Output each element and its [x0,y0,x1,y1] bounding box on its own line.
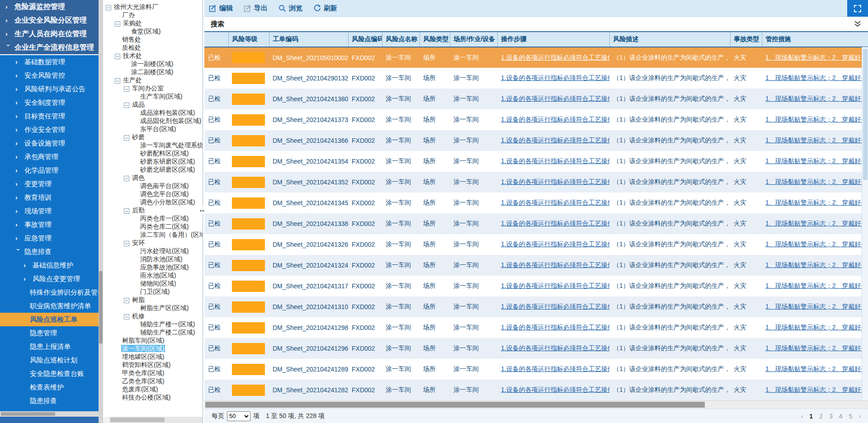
measures-cell-link[interactable]: 1、现场黏贴警示标志；2、穿戴好合适的 [765,344,868,352]
sidebar-item-企业安全风险分区管理[interactable]: ›企业安全风险分区管理 [0,14,99,27]
steps-cell-link[interactable]: 1.设备的各项运行指标必须符合工艺操作条... [501,54,609,61]
tree-node-辅助生产楼二(区域)[interactable]: 辅助生产楼二(区域) [103,328,203,336]
tree-node-砂磨东研磨区(区域)[interactable]: 砂磨东研磨区(区域) [103,157,203,165]
collapse-box-icon[interactable]: − [124,314,129,320]
sidebar-item-应急管理[interactable]: ›应急管理 [0,231,99,245]
sidebar-item-隐患上报清单[interactable]: 隐患上报清单 [0,340,99,353]
collapse-box-icon[interactable]: − [124,135,129,141]
table-row[interactable]: 已检DM_Sheet_202104241282FXD002涂一车间场所涂一车间1… [204,380,868,400]
tree-node-砂磨北研磨区(区域)[interactable]: 砂磨北研磨区(区域) [103,165,203,174]
scrollbar-thumb[interactable] [110,418,165,422]
measures-cell-link[interactable]: 1、现场黏贴警示标志；2、穿戴好合适的 [765,54,868,61]
page-button-5[interactable]: 5 [849,413,853,420]
steps-cell-link[interactable]: 1.设备的各项运行指标必须符合工艺操作条... [501,282,609,289]
tree-node-埋地罐区(区域)[interactable]: 埋地罐区(区域) [103,352,203,361]
tree-node-车间办公室[interactable]: −车间办公室 [103,84,203,92]
tree-node-丙类仓库一(区域)[interactable]: 丙类仓库一(区域) [103,214,203,222]
chevron-double-down-icon[interactable] [854,20,862,28]
scrollbar-thumb[interactable] [1,412,55,416]
table-row[interactable]: 已检DM_Sheet_202104241298FXD002涂一车间场所涂一车间1… [204,317,868,338]
measures-cell-link[interactable]: 1、现场黏贴警示标志；2、穿戴好合适的 [765,303,868,310]
collapse-box-icon[interactable]: − [124,86,129,92]
steps-cell-link[interactable]: 1.设备的各项运行指标必须符合工艺操作条... [501,220,609,227]
search-panel-header[interactable]: 搜索 [204,17,868,32]
next-page-button[interactable]: › [859,413,861,420]
collapse-box-icon[interactable]: − [124,298,129,303]
tree-node-砂磨配料区(区域)[interactable]: 砂磨配料区(区域) [103,149,203,157]
measures-cell-link[interactable]: 1、现场黏贴警示标志；2、穿戴好合适的 [765,240,868,248]
table-row[interactable]: 已检DM_Sheet_202104241317FXD002涂一车间场所涂一车间1… [204,276,868,296]
measures-cell-link[interactable]: 1、现场黏贴警示标志；2、穿戴好合适的 [765,136,868,144]
tree-node-采购处[interactable]: −采购处 [103,19,203,27]
table-row[interactable]: 已检DM_Sheet_202104241338FXD002涂一车间场所涂一车间1… [204,213,868,234]
tree-node-机修[interactable]: −机修 [103,312,203,320]
tree-node-涂一车间(区域)[interactable]: 涂一车间(区域) [103,344,203,352]
resize-handle-icon[interactable]: ↔ [198,206,207,214]
tree-node-食堂(区域)[interactable]: 食堂(区域) [103,27,203,35]
sidebar-item-职业病危害维护清单[interactable]: 职业病危害维护清单 [0,299,99,313]
sidebar-item-生产人员在岗在位管理[interactable]: ›生产人员在岗在位管理 [0,27,99,41]
sidebar-item-目标责任管理[interactable]: ›目标责任管理 [0,109,99,123]
table-row[interactable]: 已检DM_Sheet_202104241354FXD002涂一车间场所涂一车间1… [204,151,868,172]
sidebar-horizontal-scrollbar[interactable] [0,411,99,417]
collapse-box-icon[interactable]: − [124,208,129,214]
tree-node-调色[interactable]: −调色 [103,174,203,182]
sidebar-item-安全风险管控[interactable]: ›安全风险管控 [0,69,99,82]
tree-node-涂一车间废气处理系统(区域)[interactable]: 涂一车间废气处理系统(区域) [103,141,203,149]
table-row[interactable]: 已检DM_Sheet_202104241310FXD002涂一车间场所涂一车间1… [204,296,868,317]
sidebar-item-风险研判与承诺公告[interactable]: ›风险研判与承诺公告 [0,82,99,96]
tree-node-质检处[interactable]: 质检处 [103,43,203,52]
tree-node-生产处[interactable]: −生产处 [103,76,203,84]
measures-cell-link[interactable]: 1、现场黏贴警示标志；2、穿戴好合适的 [765,178,868,185]
browse-button[interactable]: 浏览 [278,4,302,13]
table-row[interactable]: 已检DM_Sheet_202104241380FXD002涂一车间场所涂一车间1… [204,89,868,109]
prev-page-button[interactable]: ‹ [801,413,803,420]
tree-node-砂磨[interactable]: −砂磨 [103,133,203,141]
export-button[interactable]: 导出 [244,4,268,13]
tree-node-涂二车间（备用）(区域)[interactable]: 涂二车间（备用）(区域) [103,230,203,239]
table-row[interactable]: 已检DM_Sheet_202104241352FXD002涂一车间场所涂一车间1… [204,172,868,193]
tree-node-成品[interactable]: −成品 [103,100,203,108]
tree-node-调色北平台(区域)[interactable]: 调色北平台(区域) [103,190,203,198]
steps-cell-link[interactable]: 1.设备的各项运行指标必须符合工艺操作条... [501,344,609,352]
sidebar-item-企业生产全流程信息管理[interactable]: ›企业生产全流程信息管理 [0,41,99,54]
sidebar-item-隐患整改[interactable]: 隐患整改 [0,408,99,411]
steps-cell-link[interactable]: 1.设备的各项运行指标必须符合工艺操作条... [501,240,609,248]
table-row[interactable]: 已检DM_Sheet_202104241289FXD002涂一车间场所涂一车间1… [204,359,868,380]
measures-cell-link[interactable]: 1、现场黏贴警示标志；2、穿戴好合适的 [765,282,868,289]
collapse-box-icon[interactable]: − [115,78,120,84]
sidebar-item-风险点巡检计划[interactable]: 风险点巡检计划 [0,353,99,367]
tree-node-东平台(区域)[interactable]: 东平台(区域) [103,125,203,133]
collapse-box-icon[interactable]: − [115,21,120,27]
steps-cell-link[interactable]: 1.设备的各项运行指标必须符合工艺操作条... [501,303,609,310]
collapse-box-icon[interactable]: − [106,5,111,10]
table-row[interactable]: 已检DM_Sheet_202104241324FXD002涂一车间场所涂一车间1… [204,255,868,276]
tree-node-徐州大光涂料厂[interactable]: −徐州大光涂料厂 [103,3,203,11]
measures-cell-link[interactable]: 1、现场黏贴警示标志；2、穿戴好合适的 [765,157,868,164]
scrollbar-thumb[interactable] [863,49,868,180]
sidebar-item-基础信息维护[interactable]: ›基础信息维护 [0,258,99,272]
tree-node-销售处[interactable]: 销售处 [103,35,203,43]
sidebar-item-安全制度管理[interactable]: ›安全制度管理 [0,96,99,109]
sidebar-item-危险源监控管理[interactable]: ›危险源监控管理 [0,0,99,14]
tree-node-树脂生产区(区域)[interactable]: 树脂生产区(区域) [103,304,203,312]
measures-cell-link[interactable]: 1、现场黏贴警示标志；2、穿戴好合适的 [765,199,868,206]
sidebar-item-基础数据管理[interactable]: ›基础数据管理 [0,55,99,69]
sidebar-vertical-scrollbar[interactable] [99,0,103,423]
scrollbar-thumb[interactable] [99,271,103,343]
tree-node-涂一副楼(区域)[interactable]: 涂一副楼(区域) [103,60,203,68]
measures-cell-link[interactable]: 1、现场黏贴警示标志；2、穿戴好合适的 [765,324,868,331]
tree-node-树脂[interactable]: −树脂 [103,296,203,304]
sidebar-item-隐患排查[interactable]: 隐患排查 [0,394,99,408]
scrollbar-thumb[interactable] [205,402,705,408]
sidebar-item-风险点变更管理[interactable]: ›风险点变更管理 [0,272,99,286]
tree-node-应急事故池(区域)[interactable]: 应急事故池(区域) [103,263,203,271]
sidebar-item-隐患管理[interactable]: 隐患管理 [0,326,99,340]
collapse-box-icon[interactable]: − [124,103,129,108]
tree-node-后勤[interactable]: −后勤 [103,206,203,214]
steps-cell-link[interactable]: 1.设备的各项运行指标必须符合工艺操作条... [501,324,609,331]
tree-node-技术处[interactable]: −技术处 [103,52,203,60]
sidebar-item-现场管理[interactable]: ›现场管理 [0,204,99,218]
collapse-box-icon[interactable]: − [115,54,120,59]
tree-node-消防水池(区域)[interactable]: 消防水池(区域) [103,255,203,263]
